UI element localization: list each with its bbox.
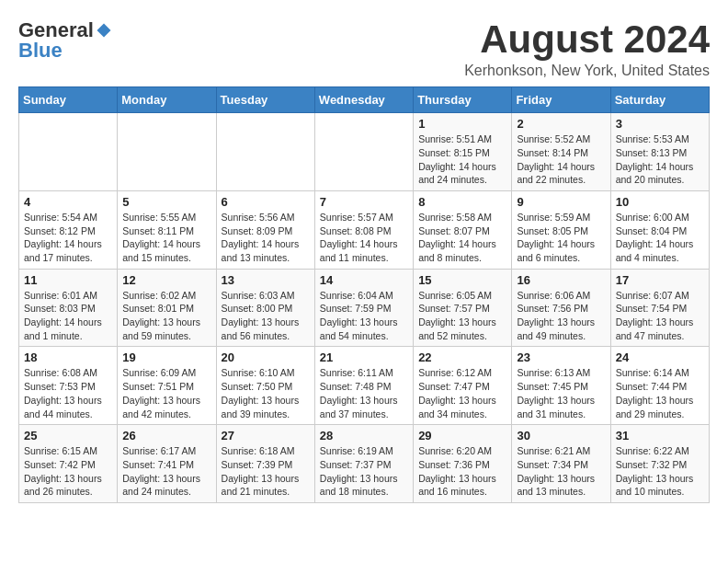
calendar-cell: 17Sunrise: 6:07 AM Sunset: 7:54 PM Dayli… [610, 269, 709, 347]
day-number: 27 [222, 429, 310, 442]
day-info: Sunrise: 5:51 AM Sunset: 8:15 PM Dayligh… [418, 132, 506, 187]
calendar-week-row: 25Sunrise: 6:15 AM Sunset: 7:42 PM Dayli… [19, 425, 710, 503]
day-info: Sunrise: 6:12 AM Sunset: 7:47 PM Dayligh… [418, 366, 506, 420]
weekday-header: Sunday [19, 87, 118, 113]
calendar-cell: 15Sunrise: 6:05 AM Sunset: 7:57 PM Dayli… [414, 269, 512, 347]
day-info: Sunrise: 6:19 AM Sunset: 7:37 PM Dayligh… [320, 444, 408, 499]
calendar-cell [314, 113, 413, 191]
calendar-cell [118, 113, 216, 191]
day-info: Sunrise: 6:00 AM Sunset: 8:04 PM Dayligh… [616, 211, 704, 265]
calendar-cell: 30Sunrise: 6:21 AM Sunset: 7:34 PM Dayli… [512, 425, 610, 503]
calendar-cell: 14Sunrise: 6:04 AM Sunset: 7:59 PM Dayli… [314, 269, 413, 347]
calendar-cell [216, 113, 314, 191]
day-number: 11 [24, 273, 112, 287]
day-number: 30 [517, 429, 605, 442]
day-number: 19 [122, 350, 210, 364]
day-number: 29 [418, 429, 506, 442]
weekday-header: Saturday [610, 87, 709, 113]
day-number: 22 [418, 350, 506, 364]
day-info: Sunrise: 6:15 AM Sunset: 7:42 PM Dayligh… [24, 444, 112, 499]
weekday-header: Monday [118, 87, 216, 113]
calendar-cell: 1Sunrise: 5:51 AM Sunset: 8:15 PM Daylig… [414, 113, 512, 191]
calendar-cell: 10Sunrise: 6:00 AM Sunset: 8:04 PM Dayli… [610, 190, 709, 269]
calendar-cell: 5Sunrise: 5:55 AM Sunset: 8:11 PM Daylig… [118, 190, 216, 269]
day-info: Sunrise: 5:57 AM Sunset: 8:08 PM Dayligh… [320, 211, 408, 265]
weekday-header: Friday [512, 87, 610, 113]
page-header: General Blue August 2024 Kerhonkson, New… [18, 18, 710, 79]
day-number: 21 [320, 350, 408, 364]
day-info: Sunrise: 6:22 AM Sunset: 7:32 PM Dayligh… [616, 444, 704, 499]
calendar-header-row: SundayMondayTuesdayWednesdayThursdayFrid… [19, 87, 710, 113]
day-number: 15 [418, 273, 506, 287]
day-info: Sunrise: 5:53 AM Sunset: 8:13 PM Dayligh… [616, 132, 704, 187]
day-number: 1 [418, 117, 506, 131]
day-number: 16 [517, 273, 605, 287]
day-info: Sunrise: 5:52 AM Sunset: 8:14 PM Dayligh… [517, 132, 605, 187]
calendar-cell: 18Sunrise: 6:08 AM Sunset: 7:53 PM Dayli… [19, 347, 118, 425]
calendar-cell: 23Sunrise: 6:13 AM Sunset: 7:45 PM Dayli… [512, 347, 610, 425]
day-info: Sunrise: 6:09 AM Sunset: 7:51 PM Dayligh… [122, 366, 210, 420]
calendar-cell: 8Sunrise: 5:58 AM Sunset: 8:07 PM Daylig… [414, 190, 512, 269]
calendar-table: SundayMondayTuesdayWednesdayThursdayFrid… [18, 86, 710, 503]
day-number: 6 [222, 195, 310, 209]
weekday-header: Tuesday [216, 87, 314, 113]
day-info: Sunrise: 6:07 AM Sunset: 7:54 PM Dayligh… [616, 289, 704, 343]
calendar-cell: 25Sunrise: 6:15 AM Sunset: 7:42 PM Dayli… [19, 425, 118, 503]
day-number: 31 [616, 429, 704, 442]
calendar-cell: 26Sunrise: 6:17 AM Sunset: 7:41 PM Dayli… [118, 425, 216, 503]
logo: General Blue [18, 18, 112, 63]
day-info: Sunrise: 6:10 AM Sunset: 7:50 PM Dayligh… [222, 366, 310, 420]
calendar-cell: 22Sunrise: 6:12 AM Sunset: 7:47 PM Dayli… [414, 347, 512, 425]
day-number: 13 [222, 273, 310, 287]
calendar-week-row: 1Sunrise: 5:51 AM Sunset: 8:15 PM Daylig… [19, 113, 710, 191]
day-number: 4 [24, 195, 112, 209]
calendar-cell [19, 113, 118, 191]
day-info: Sunrise: 6:04 AM Sunset: 7:59 PM Dayligh… [320, 289, 408, 343]
day-info: Sunrise: 5:55 AM Sunset: 8:11 PM Dayligh… [122, 211, 210, 265]
calendar-cell: 13Sunrise: 6:03 AM Sunset: 8:00 PM Dayli… [216, 269, 314, 347]
main-title: August 2024 [464, 18, 710, 61]
day-number: 17 [616, 273, 704, 287]
calendar-cell: 24Sunrise: 6:14 AM Sunset: 7:44 PM Dayli… [610, 347, 709, 425]
day-info: Sunrise: 6:01 AM Sunset: 8:03 PM Dayligh… [24, 289, 112, 343]
day-info: Sunrise: 5:59 AM Sunset: 8:05 PM Dayligh… [517, 211, 605, 265]
logo-blue-text: Blue [18, 39, 63, 62]
day-number: 5 [122, 195, 210, 209]
calendar-cell: 19Sunrise: 6:09 AM Sunset: 7:51 PM Dayli… [118, 347, 216, 425]
day-info: Sunrise: 6:08 AM Sunset: 7:53 PM Dayligh… [24, 366, 112, 420]
weekday-header: Thursday [414, 87, 512, 113]
calendar-cell: 2Sunrise: 5:52 AM Sunset: 8:14 PM Daylig… [512, 113, 610, 191]
day-number: 25 [24, 429, 112, 442]
calendar-cell: 21Sunrise: 6:11 AM Sunset: 7:48 PM Dayli… [314, 347, 413, 425]
day-number: 12 [122, 273, 210, 287]
day-info: Sunrise: 6:06 AM Sunset: 7:56 PM Dayligh… [517, 289, 605, 343]
day-info: Sunrise: 6:11 AM Sunset: 7:48 PM Dayligh… [320, 366, 408, 420]
day-number: 10 [616, 195, 704, 209]
calendar-cell: 12Sunrise: 6:02 AM Sunset: 8:01 PM Dayli… [118, 269, 216, 347]
day-number: 26 [122, 429, 210, 442]
calendar-cell: 28Sunrise: 6:19 AM Sunset: 7:37 PM Dayli… [314, 425, 413, 503]
calendar-cell: 7Sunrise: 5:57 AM Sunset: 8:08 PM Daylig… [314, 190, 413, 269]
day-number: 3 [616, 117, 704, 131]
day-info: Sunrise: 6:14 AM Sunset: 7:44 PM Dayligh… [616, 366, 704, 420]
day-info: Sunrise: 6:21 AM Sunset: 7:34 PM Dayligh… [517, 444, 605, 499]
day-info: Sunrise: 5:56 AM Sunset: 8:09 PM Dayligh… [222, 211, 310, 265]
day-info: Sunrise: 6:02 AM Sunset: 8:01 PM Dayligh… [122, 289, 210, 343]
weekday-header: Wednesday [314, 87, 413, 113]
calendar-cell: 27Sunrise: 6:18 AM Sunset: 7:39 PM Dayli… [216, 425, 314, 503]
day-number: 28 [320, 429, 408, 442]
day-number: 9 [517, 195, 605, 209]
day-info: Sunrise: 6:05 AM Sunset: 7:57 PM Dayligh… [418, 289, 506, 343]
day-info: Sunrise: 6:17 AM Sunset: 7:41 PM Dayligh… [122, 444, 210, 499]
day-info: Sunrise: 6:18 AM Sunset: 7:39 PM Dayligh… [222, 444, 310, 499]
day-info: Sunrise: 6:03 AM Sunset: 8:00 PM Dayligh… [222, 289, 310, 343]
calendar-cell: 11Sunrise: 6:01 AM Sunset: 8:03 PM Dayli… [19, 269, 118, 347]
calendar-week-row: 4Sunrise: 5:54 AM Sunset: 8:12 PM Daylig… [19, 190, 710, 269]
calendar-cell: 3Sunrise: 5:53 AM Sunset: 8:13 PM Daylig… [610, 113, 709, 191]
calendar-week-row: 11Sunrise: 6:01 AM Sunset: 8:03 PM Dayli… [19, 269, 710, 347]
day-number: 14 [320, 273, 408, 287]
day-info: Sunrise: 5:58 AM Sunset: 8:07 PM Dayligh… [418, 211, 506, 265]
day-number: 23 [517, 350, 605, 364]
day-number: 8 [418, 195, 506, 209]
calendar-week-row: 18Sunrise: 6:08 AM Sunset: 7:53 PM Dayli… [19, 347, 710, 425]
